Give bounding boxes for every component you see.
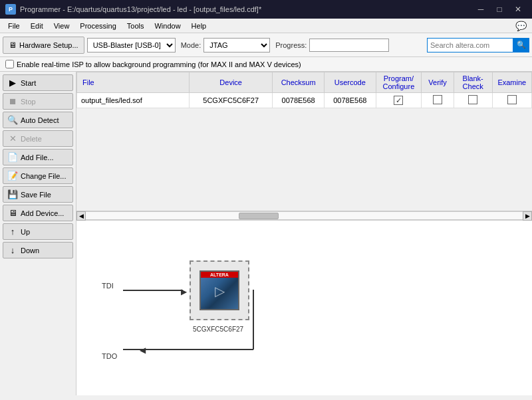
col-checksum: Checksum — [273, 72, 325, 93]
up-label: Up — [21, 228, 30, 236]
chip-label: 5CGXFC5C6F27 — [193, 326, 243, 333]
scroll-left-button[interactable]: ◀ — [76, 211, 86, 221]
help-icon[interactable]: 💬 — [515, 21, 527, 31]
jtag-diagram: TDI ▶ ALTERA ▷ 5CGXFC5C6F27 — [90, 247, 342, 380]
scroll-track[interactable] — [86, 211, 523, 220]
toolbar: 🖥 Hardware Setup... USB-Blaster [USB-0] … — [0, 33, 532, 57]
menu-file[interactable]: File — [3, 21, 25, 31]
col-usercode: Usercode — [325, 72, 376, 93]
examine-checkbox[interactable] — [507, 95, 517, 104]
up-icon: ↑ — [7, 227, 18, 237]
minimize-button[interactable]: ─ — [472, 3, 489, 15]
cell-program[interactable] — [376, 93, 422, 108]
blaster-select[interactable]: USB-Blaster [USB-0] — [87, 38, 176, 52]
search-input[interactable] — [427, 38, 513, 52]
save-file-icon: 💾 — [7, 189, 18, 199]
table-row: output_files/led.sof 5CGXFC5C6F27 0078E5… — [77, 93, 532, 108]
auto-detect-label: Auto Detect — [21, 116, 59, 124]
content-area: File Device Checksum Usercode Program/Co… — [76, 72, 532, 395]
titlebar: P Programmer - E:/quartus/quartus13/proj… — [0, 0, 532, 19]
diagram-area: TDI ▶ ALTERA ▷ 5CGXFC5C6F27 — [76, 221, 532, 395]
ic-arrow-symbol: ▷ — [215, 283, 225, 299]
progress-label: Progress: — [275, 41, 307, 49]
menu-help[interactable]: Help — [186, 21, 212, 31]
bottom-hline — [150, 349, 253, 350]
cell-examine[interactable] — [492, 93, 531, 108]
scroll-right-button[interactable]: ▶ — [523, 211, 532, 221]
auto-detect-button[interactable]: 🔍 Auto Detect — [3, 112, 73, 128]
up-button[interactable]: ↑ Up — [3, 223, 73, 240]
menu-window[interactable]: Window — [149, 21, 186, 31]
down-icon: ↓ — [7, 245, 18, 255]
add-file-icon: 📄 — [7, 152, 18, 162]
hardware-setup-button[interactable]: 🖥 Hardware Setup... — [3, 37, 84, 54]
mode-select[interactable]: JTAG — [203, 38, 270, 52]
menu-view[interactable]: View — [49, 21, 75, 31]
sidebar: ▶ Start ⏹ Stop 🔍 Auto Detect ✕ Delete 📄 … — [0, 72, 76, 395]
cell-device: 5CGXFC5C6F27 — [190, 93, 273, 108]
down-button[interactable]: ↓ Down — [3, 242, 73, 258]
menu-processing[interactable]: Processing — [74, 21, 121, 31]
mode-label: Mode: — [181, 41, 201, 49]
col-device: Device — [190, 72, 273, 93]
menubar: File Edit View Processing Tools Window H… — [0, 19, 532, 33]
cell-blank-check[interactable] — [454, 93, 492, 108]
col-verify: Verify — [422, 72, 454, 93]
start-button[interactable]: ▶ Start — [3, 74, 73, 91]
change-file-icon: 📝 — [7, 171, 18, 181]
blank-check-checkbox[interactable] — [468, 95, 477, 104]
save-file-label: Save File — [21, 191, 51, 199]
start-icon: ▶ — [7, 78, 18, 88]
stop-label: Stop — [21, 98, 36, 106]
add-file-label: Add File... — [21, 153, 54, 161]
progress-bar — [309, 39, 389, 52]
stop-icon: ⏹ — [7, 96, 18, 106]
tdi-label: TDI — [102, 282, 114, 290]
main-area: ▶ Start ⏹ Stop 🔍 Auto Detect ✕ Delete 📄 … — [0, 72, 532, 395]
isp-label: Enable real-time ISP to allow background… — [17, 60, 301, 68]
col-program: Program/Configure — [376, 72, 422, 93]
menu-tools[interactable]: Tools — [122, 21, 150, 31]
file-table: File Device Checksum Usercode Program/Co… — [76, 72, 532, 108]
altera-banner: ALTERA — [201, 272, 238, 278]
horizontal-scrollbar[interactable]: ◀ ▶ — [76, 211, 532, 221]
save-file-button[interactable]: 💾 Save File — [3, 186, 73, 203]
stop-button[interactable]: ⏹ Stop — [3, 93, 73, 110]
hardware-setup-icon: 🖥 — [9, 41, 17, 50]
add-device-label: Add Device... — [21, 209, 64, 217]
add-device-icon: 🖥 — [7, 208, 18, 218]
cell-verify[interactable] — [422, 93, 454, 108]
down-label: Down — [21, 247, 39, 254]
menu-edit[interactable]: Edit — [25, 21, 49, 31]
change-file-label: Change File... — [21, 172, 66, 180]
close-button[interactable]: ✕ — [509, 3, 527, 15]
isp-row: Enable real-time ISP to allow background… — [0, 57, 532, 72]
delete-icon: ✕ — [7, 134, 18, 144]
tdo-arrowhead: ◀ — [140, 346, 146, 355]
change-file-button[interactable]: 📝 Change File... — [3, 167, 73, 184]
cell-usercode: 0078E568 — [325, 93, 376, 108]
delete-button[interactable]: ✕ Delete — [3, 130, 73, 147]
col-blank-check: Blank-Check — [454, 72, 492, 93]
search-button[interactable]: 🔍 — [513, 38, 529, 52]
right-vline — [253, 290, 254, 350]
auto-detect-icon: 🔍 — [7, 115, 18, 125]
col-file: File — [77, 72, 190, 93]
window-controls: ─ □ ✕ — [472, 3, 527, 15]
tdi-line — [123, 290, 183, 291]
add-device-button[interactable]: 🖥 Add Device... — [3, 205, 73, 221]
ic-inner: ALTERA ▷ — [200, 270, 239, 310]
maximize-button[interactable]: □ — [491, 3, 508, 15]
col-examine: Examine — [492, 72, 531, 93]
delete-label: Delete — [21, 135, 42, 143]
isp-checkbox[interactable] — [5, 60, 14, 68]
verify-checkbox[interactable] — [433, 95, 442, 104]
cell-checksum: 0078E568 — [273, 93, 325, 108]
program-checkbox[interactable] — [394, 96, 403, 105]
app-icon: P — [5, 4, 16, 15]
start-label: Start — [21, 79, 36, 87]
scroll-thumb[interactable] — [239, 213, 279, 219]
tdo-line — [123, 349, 150, 350]
ic-chip: ALTERA ▷ — [190, 260, 249, 320]
add-file-button[interactable]: 📄 Add File... — [3, 149, 73, 165]
